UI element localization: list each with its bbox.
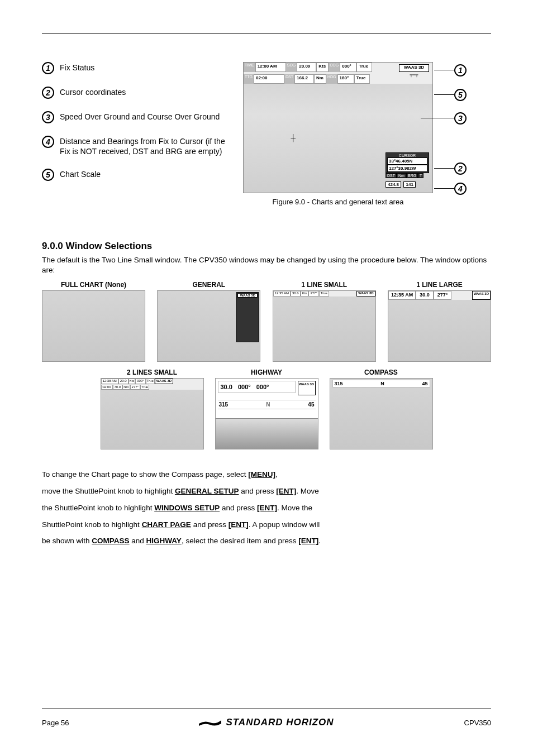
ct-3c: and press — [220, 504, 257, 512]
general-sidebar: WAAS 3D — [236, 292, 259, 342]
hdg-unit: True — [354, 74, 370, 84]
swoosh-icon — [199, 718, 221, 727]
ct-4c: and press — [191, 520, 229, 529]
cog-label: COG — [329, 63, 340, 72]
section-body: The default is the Two Line Small window… — [42, 255, 491, 275]
callout-5: 5 — [454, 89, 467, 101]
t5-ttg: 02:00 — [101, 385, 113, 390]
brand-logo: STANDARD HORIZON — [199, 717, 334, 728]
legend-text-4: Distance and Bearings from Fix to Cursor… — [60, 136, 226, 156]
dst2-label: DST — [386, 173, 397, 178]
ll-time: 12:35 AM — [388, 291, 416, 300]
callout-line-2 — [434, 168, 454, 169]
layout-title-1linesmall: 1 LINE SMALL — [273, 281, 376, 289]
t5-time: 12:38 AM — [101, 379, 118, 384]
ll-sog: 30.0 — [416, 291, 434, 300]
ls-cogu: True — [319, 291, 329, 296]
brg-label: BRG — [406, 173, 418, 178]
satellite-icon: ╤═╤ — [399, 73, 429, 80]
legend-text-1: Fix Status — [60, 62, 94, 73]
ct-5e: , select the desired item and press — [182, 537, 298, 545]
ct-2c: and press — [239, 487, 276, 495]
legend-text-3: Speed Over Ground and Course Over Ground — [60, 111, 220, 122]
hw-waas: WAAS 3D — [298, 381, 316, 395]
ct-4d: [ENT] — [229, 520, 249, 529]
ct-1a: To change the Chart page to show the Com… — [42, 470, 248, 479]
legend-num-3: 3 — [42, 111, 54, 123]
page-number: Page 56 — [42, 719, 69, 727]
ls-cog: 277° — [308, 291, 318, 296]
cursor-title: CURSOR — [387, 154, 427, 157]
hw-brg: 000° — [256, 384, 269, 390]
layout-title-compass: COMPASS — [330, 369, 433, 376]
ls-sog: 30.6 — [291, 291, 301, 296]
legend-num-4: 4 — [42, 136, 54, 148]
legend-text-2: Cursor coordinates — [60, 87, 126, 98]
cp-45: 45 — [422, 381, 427, 386]
sog-unit: Kts — [316, 63, 329, 72]
figure-caption: Figure 9.0 - Charts and general text are… — [243, 198, 433, 206]
callout-3: 3 — [454, 112, 467, 125]
ls-waas: WAAS 3D — [356, 291, 375, 296]
callout-4: 4 — [454, 183, 467, 195]
ct-2e: . Move — [296, 487, 319, 495]
ct-2a: move the ShuttlePoint knob to highlight — [42, 487, 175, 495]
ct-4e: . A popup window will — [249, 520, 320, 529]
thumb-1linesmall: 12:35 AM 30.6 Kts 277° True WAAS 3D — [273, 290, 376, 362]
callout-line-4 — [434, 188, 454, 189]
chart-screen: TIME 12:00 AM SOG 20.09 Kts COG 000° Tru… — [243, 62, 433, 193]
t5-hdgu: True — [140, 385, 149, 390]
time-value: 12:00 AM — [255, 63, 286, 72]
ct-2d: [ENT] — [276, 487, 296, 495]
legend-item-5: 5 Chart Scale — [42, 169, 226, 181]
callout-line-1 — [434, 70, 454, 70]
ct-5a: be shown with — [42, 537, 92, 545]
hw-cog: 000° — [238, 384, 251, 390]
layouts-grid: FULL CHART (None) GENERAL WAAS 3D 1 LINE… — [42, 281, 491, 449]
dst-value: 166.2 — [294, 74, 314, 84]
legend-list: 1 Fix Status 2 Cursor coordinates 3 Spee… — [42, 62, 226, 202]
top-rule — [42, 34, 491, 34]
layout-title-2linessmall: 2 LINES SMALL — [101, 369, 204, 376]
chart-figure: TIME 12:00 AM SOG 20.09 Kts COG 000° Tru… — [243, 62, 478, 202]
brg-value: 141 — [403, 181, 415, 188]
ct-3d: [ENT] — [257, 504, 277, 512]
cursor-icon: ┼ — [291, 134, 296, 142]
ct-4a: ShuttlePoint knob to highlight — [42, 520, 142, 529]
t5-hdg: 277° — [130, 385, 140, 390]
cog-value: 000° — [340, 63, 356, 72]
ls-sogu: Kts — [301, 291, 309, 296]
legend-item-3: 3 Speed Over Ground and Course Over Grou… — [42, 111, 226, 123]
cursor-lon: 127°30.982W — [387, 165, 427, 172]
ll-cog: 277° — [434, 291, 452, 300]
model-number: CPV350 — [464, 719, 491, 727]
layout-title-general: GENERAL — [157, 281, 260, 289]
ttg-label: TTG — [244, 74, 254, 84]
sog-value: 20.09 — [297, 63, 316, 72]
ct-3a: the ShuttlePoint knob to highlight — [42, 504, 154, 512]
ct-5b: COMPASS — [92, 537, 129, 545]
ct-5d: HIGHWAY — [146, 537, 182, 545]
t5-waas: WAAS 3D — [155, 379, 173, 384]
ct-5g: . — [318, 537, 321, 545]
hw-45: 45 — [308, 401, 314, 408]
hdg-value: 180° — [337, 74, 354, 84]
t5-cog: 000° — [135, 379, 145, 384]
waas-status: WAAS 3D — [399, 64, 429, 72]
thumb-compass: 315 N 45 — [330, 378, 433, 449]
ct-3b: WINDOWS SETUP — [154, 504, 220, 512]
t5-cogu: True — [146, 379, 155, 384]
ct-1b: [MENU] — [248, 470, 275, 479]
ct-5c: and — [130, 537, 146, 545]
layout-title-highway: HIGHWAY — [215, 369, 318, 376]
brg-unit: T — [418, 173, 423, 178]
dst-brg-values: 424.8 141 — [386, 178, 429, 188]
dst-unit: Nm — [314, 74, 326, 84]
ct-1c: , — [275, 470, 278, 479]
cursor-lat: 33°46.405N — [387, 157, 427, 165]
general-waas: WAAS 3D — [237, 293, 258, 298]
legend-item-1: 1 Fix Status — [42, 62, 226, 74]
legend-item-2: 2 Cursor coordinates — [42, 87, 226, 99]
legend-text-5: Chart Scale — [60, 169, 101, 180]
t5-sog: 20.0 — [118, 379, 129, 384]
